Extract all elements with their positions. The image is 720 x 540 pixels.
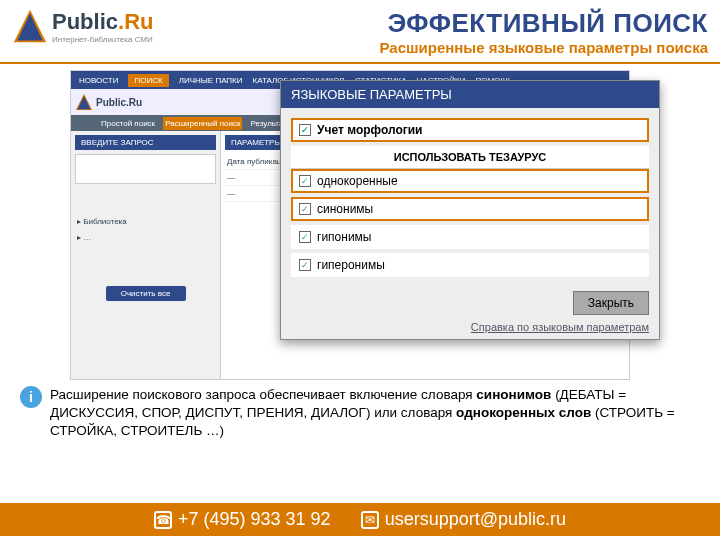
thesaurus-option-row[interactable]: ✓гиперонимы <box>291 253 649 277</box>
mail-icon: ✉ <box>361 511 379 529</box>
page-subtitle: Расширенные языковые параметры поиска <box>380 39 708 56</box>
option-label: синонимы <box>317 202 373 216</box>
query-input[interactable] <box>75 154 216 184</box>
tree-item[interactable]: ▸ … <box>75 230 216 246</box>
checkbox-icon[interactable]: ✓ <box>299 203 311 215</box>
logo-triangle-icon <box>12 8 48 44</box>
checkbox-icon[interactable]: ✓ <box>299 231 311 243</box>
divider <box>0 62 720 64</box>
tree-item[interactable]: ▸ Библиотека <box>75 214 216 230</box>
phone-icon: ☎ <box>154 511 172 529</box>
nav-item-active[interactable]: ПОИСК <box>128 74 168 87</box>
morphology-checkbox-row[interactable]: ✓ Учет морфологии <box>291 118 649 142</box>
phone-contact: ☎ +7 (495) 933 31 92 <box>154 509 331 530</box>
subnav-item[interactable]: Расширенный поиск <box>163 117 242 130</box>
option-label: гиперонимы <box>317 258 385 272</box>
checkbox-icon[interactable]: ✓ <box>299 175 311 187</box>
subnav-item[interactable]: Простой поиск <box>101 119 155 128</box>
modal-title: ЯЗЫКОВЫЕ ПАРАМЕТРЫ <box>281 81 659 108</box>
logo-subtitle: Интернет-библиотека СМИ <box>52 35 153 44</box>
nav-item[interactable]: НОВОСТИ <box>79 76 118 85</box>
info-icon: i <box>20 386 42 408</box>
clear-all-button[interactable]: Очистить все <box>106 286 186 301</box>
svg-marker-1 <box>17 13 42 40</box>
page-title: ЭФФЕКТИВНЫЙ ПОИСК <box>380 8 708 39</box>
contact-bar: ☎ +7 (495) 933 31 92 ✉ usersupport@publi… <box>0 503 720 536</box>
help-link[interactable]: Справка по языковым параметрам <box>281 317 659 339</box>
email-address: usersupport@public.ru <box>385 509 566 530</box>
thesaurus-option-row[interactable]: ✓синонимы <box>291 197 649 221</box>
close-button[interactable]: Закрыть <box>573 291 649 315</box>
option-label: однокоренные <box>317 174 398 188</box>
morphology-label: Учет морфологии <box>317 123 422 137</box>
thesaurus-option-row[interactable]: ✓однокоренные <box>291 169 649 193</box>
svg-marker-3 <box>78 96 91 110</box>
thesaurus-option-row[interactable]: ✓гипонимы <box>291 225 649 249</box>
language-params-modal: ЯЗЫКОВЫЕ ПАРАМЕТРЫ ✓ Учет морфологии ИСП… <box>280 80 660 340</box>
left-panel-title: ВВЕДИТЕ ЗАПРОС <box>75 135 216 150</box>
checkbox-icon[interactable]: ✓ <box>299 124 311 136</box>
info-text: Расширение поискового запроса обеспечива… <box>50 386 700 441</box>
checkbox-icon[interactable]: ✓ <box>299 259 311 271</box>
phone-number: +7 (495) 933 31 92 <box>178 509 331 530</box>
option-label: гипонимы <box>317 230 371 244</box>
thesaurus-header: ИСПОЛЬЗОВАТЬ ТЕЗАУРУС <box>291 146 649 169</box>
nav-item[interactable]: ЛИЧНЫЕ ПАПКИ <box>179 76 243 85</box>
logo-text: Public.Ru <box>52 9 153 35</box>
email-contact: ✉ usersupport@public.ru <box>361 509 566 530</box>
logo: Public.Ru Интернет-библиотека СМИ <box>12 8 153 44</box>
